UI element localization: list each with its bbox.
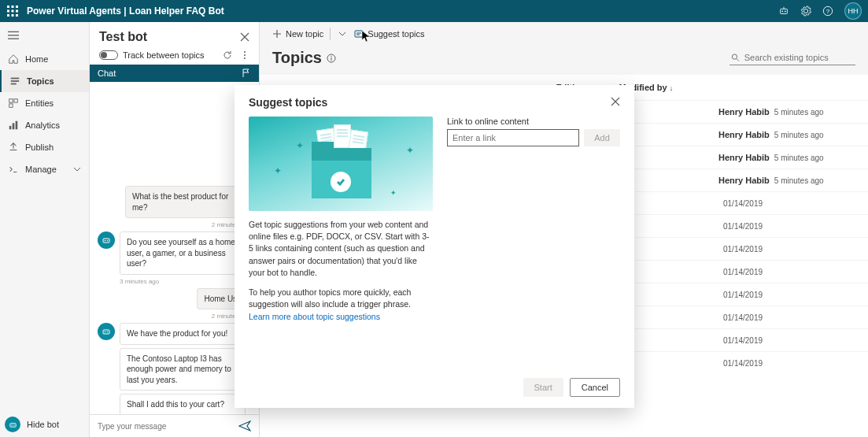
avatar[interactable]: HH [844, 2, 862, 20]
svg-rect-1 [12, 6, 14, 8]
suggest-topics-modal: Suggest topics ✦✦✦✦ Get topic suggestion… [235, 85, 634, 408]
link-input[interactable] [447, 129, 579, 146]
gear-icon[interactable] [800, 6, 811, 17]
link-field-label: Link to online content [447, 117, 620, 126]
add-button[interactable]: Add [584, 129, 620, 146]
svg-rect-5 [16, 10, 18, 13]
close-button[interactable] [611, 97, 620, 109]
svg-rect-4 [12, 10, 14, 13]
svg-point-10 [781, 11, 783, 13]
top-bar: Power Virtual Agents | Loan Helper FAQ B… [0, 0, 868, 22]
svg-text:?: ? [826, 8, 830, 15]
help-icon[interactable]: ? [822, 6, 833, 17]
start-button[interactable]: Start [523, 378, 563, 397]
modal-title: Suggest topics [249, 96, 611, 109]
svg-rect-7 [12, 14, 14, 17]
modal-description-1: Get topic suggestions from your web cont… [249, 219, 433, 279]
bot-icon[interactable] [778, 6, 789, 17]
modal-description-2: To help you author topics more quickly, … [249, 287, 433, 323]
svg-rect-3 [7, 10, 9, 13]
illustration: ✦✦✦✦ [249, 117, 433, 211]
waffle-icon[interactable] [6, 5, 19, 17]
svg-rect-2 [16, 6, 18, 8]
avatar-initials: HH [848, 7, 859, 15]
cancel-button[interactable]: Cancel [570, 378, 620, 397]
svg-point-11 [785, 11, 786, 13]
app-title: Power Virtual Agents | Loan Helper FAQ B… [27, 6, 778, 17]
svg-rect-6 [7, 14, 9, 17]
svg-rect-8 [16, 14, 18, 17]
learn-more-link[interactable]: Learn more about topic suggestions [249, 312, 380, 321]
svg-rect-0 [7, 6, 9, 8]
svg-rect-9 [781, 9, 788, 13]
cursor-icon [362, 31, 371, 43]
